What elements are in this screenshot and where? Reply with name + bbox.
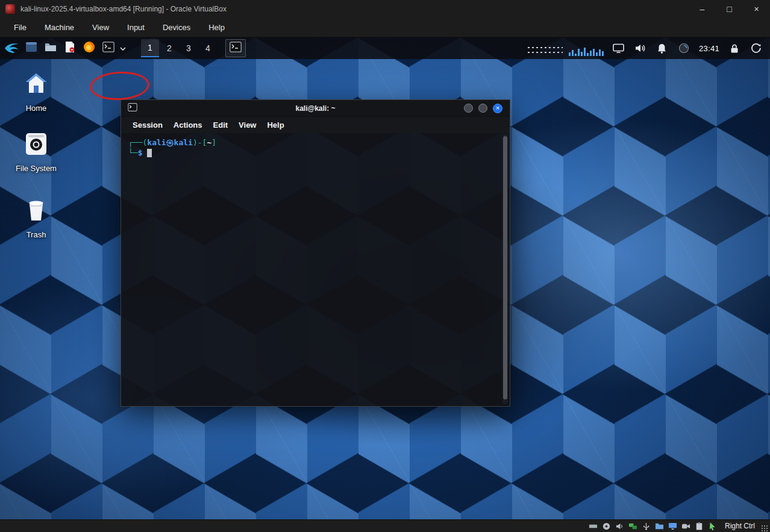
status-circle-icon[interactable]: [677, 42, 690, 55]
menu-input[interactable]: Input: [118, 18, 154, 37]
hard-disks-icon[interactable]: [589, 522, 598, 531]
taskbar-terminal-button[interactable]: [225, 39, 246, 57]
close-button[interactable]: ×: [743, 0, 770, 18]
optical-drives-icon[interactable]: [602, 522, 611, 531]
whisker-menu-button[interactable]: [2, 39, 22, 58]
trash-icon: [5, 198, 67, 223]
terminal-menu-edit[interactable]: Edit: [208, 120, 234, 130]
prompt-line-2: └─$: [128, 148, 502, 158]
folder-launcher[interactable]: [41, 39, 60, 58]
workspace-switcher: 1 2 3 4: [141, 39, 217, 57]
terminal-window: kali@kali: ~ × Session Actions Edit View…: [121, 99, 510, 407]
terminal-menubar: Session Actions Edit View Help: [121, 117, 510, 133]
shared-folders-icon[interactable]: [655, 522, 664, 531]
desktop-icon-label: Home: [5, 104, 67, 113]
clipboard-icon[interactable]: [695, 522, 704, 531]
scrollbar-thumb[interactable]: [503, 136, 507, 399]
vbox-statusbar: Right Ctrl: [0, 519, 770, 532]
workspace-2[interactable]: 2: [160, 39, 178, 57]
notification-bell-icon[interactable]: [656, 42, 669, 55]
vbox-window-title: kali-linux-2025.4-virtualbox-amd64 [Runn…: [20, 5, 227, 13]
terminal-icon: [230, 42, 242, 55]
terminal-minimize-button[interactable]: [464, 104, 473, 113]
text-editor-icon: [64, 41, 75, 55]
terminal-maximize-button[interactable]: [478, 104, 487, 113]
display-settings-icon[interactable]: [612, 42, 625, 55]
resize-grip[interactable]: [762, 525, 768, 532]
network-graph: [528, 44, 563, 56]
terminal-title: kali@kali: ~: [121, 104, 510, 113]
display-icon[interactable]: [668, 522, 677, 531]
folder-icon: [45, 42, 57, 54]
terminal-content[interactable]: ┌──(kali㉿kali)-[~] └─$: [121, 133, 510, 406]
menu-help[interactable]: Help: [199, 18, 234, 37]
audio-icon[interactable]: [615, 522, 624, 531]
lock-screen-icon[interactable]: [728, 42, 741, 55]
terminal-dropdown-launcher[interactable]: [99, 39, 118, 58]
network-icon[interactable]: [628, 522, 637, 531]
terminal-cursor: [147, 149, 152, 157]
home-icon: [5, 71, 67, 96]
vm-screen: 1 2 3 4: [0, 37, 770, 519]
terminal-menu-session[interactable]: Session: [127, 120, 168, 130]
cpu-monitor: [569, 43, 604, 56]
terminal-close-button[interactable]: ×: [493, 104, 502, 113]
host-key-label: Right Ctrl: [725, 522, 755, 530]
desktop-icon-label: Trash: [5, 230, 67, 239]
file-system-icon: [5, 131, 67, 157]
vbox-menubar: File Machine View Input Devices Help: [0, 18, 770, 37]
terminal-menu-view[interactable]: View: [233, 120, 261, 130]
desktop-icon-home[interactable]: Home: [5, 71, 67, 113]
text-editor-launcher[interactable]: [60, 39, 80, 58]
mouse-integration-icon[interactable]: [708, 522, 717, 531]
menu-view[interactable]: View: [83, 18, 118, 37]
firefox-launcher[interactable]: [80, 39, 99, 58]
maximize-button[interactable]: □: [716, 0, 743, 18]
minimize-button[interactable]: –: [689, 0, 716, 18]
usb-icon[interactable]: [642, 522, 651, 531]
prompt-line-1: ┌──(kali㉿kali)-[~]: [128, 137, 502, 148]
recording-icon[interactable]: [681, 522, 690, 531]
workspace-1[interactable]: 1: [141, 39, 159, 57]
kali-panel: 1 2 3 4: [0, 37, 770, 59]
file-manager-launcher[interactable]: [22, 39, 41, 58]
workspace-4[interactable]: 4: [199, 39, 217, 57]
desktop-icon-label: File System: [5, 164, 67, 173]
terminal-menu-help[interactable]: Help: [261, 120, 289, 130]
vbox-app-icon: [5, 4, 15, 14]
desktop-icon-trash[interactable]: Trash: [5, 198, 67, 239]
firefox-icon: [83, 41, 95, 55]
chevron-down-icon: [120, 43, 126, 54]
volume-icon[interactable]: [634, 42, 647, 55]
file-manager-icon: [25, 42, 37, 55]
terminal-icon: [102, 42, 114, 55]
vbox-titlebar: kali-linux-2025.4-virtualbox-amd64 [Runn…: [0, 0, 770, 18]
panel-clock[interactable]: 23:41: [699, 44, 719, 53]
desktop-icon-file-system[interactable]: File System: [5, 131, 67, 173]
menu-file[interactable]: File: [5, 18, 36, 37]
terminal-scrollbar[interactable]: [502, 135, 508, 404]
terminal-titlebar[interactable]: kali@kali: ~ ×: [121, 100, 510, 117]
terminal-menu-actions[interactable]: Actions: [168, 120, 208, 130]
menu-machine[interactable]: Machine: [36, 18, 83, 37]
workspace-3[interactable]: 3: [180, 39, 198, 57]
menu-devices[interactable]: Devices: [154, 18, 199, 37]
system-monitor-widget[interactable]: [528, 40, 604, 56]
terminal-dropdown-chevron[interactable]: [118, 39, 128, 58]
terminal-window-icon: [128, 103, 137, 114]
logout-icon[interactable]: [750, 42, 763, 55]
kali-dragon-icon: [4, 40, 20, 56]
